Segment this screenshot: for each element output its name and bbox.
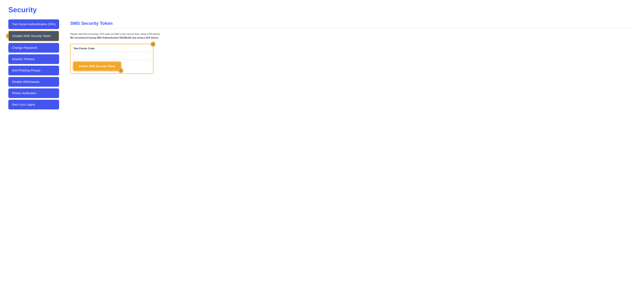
badge-3: 3: [118, 68, 123, 73]
sidebar-item-phone-verification[interactable]: Phone Verification: [8, 88, 59, 98]
sidebar-item-label: Session Timeout: [12, 57, 34, 61]
sidebar-item-geo-lock[interactable]: Geo-Lock Logins: [8, 100, 59, 109]
sidebar-item-session-timeout[interactable]: Session Timeout: [8, 54, 59, 64]
sidebar-item-label: Two-Factor Authentication (2FA): [12, 22, 56, 26]
two-factor-code-label: Two Factor Code: [74, 47, 150, 50]
sidebar-item-change-password[interactable]: Change Password: [8, 43, 59, 53]
description-line2: We recommend having SMS Authentication D…: [70, 36, 159, 39]
sidebar-item-label: Disable SMS Security Token: [12, 34, 51, 38]
sidebar-item-label: Phone Verification: [12, 91, 36, 95]
sidebar-item-disable-sms-token[interactable]: Disable SMS Security Token: [8, 31, 59, 41]
sidebar-item-2-wrapper: 1 Disable SMS Security Token: [8, 31, 59, 41]
sidebar-item-label: Change Password: [12, 46, 37, 49]
button-wrapper: Enable SMS Security Token 3: [74, 62, 121, 71]
enable-sms-token-button[interactable]: Enable SMS Security Token: [74, 62, 121, 71]
sidebar-item-anti-phishing[interactable]: Anti-Phishing Phrase: [8, 66, 59, 75]
page-title: Security: [8, 5, 636, 14]
form-and-button-section: 2 Two Factor Code Enable SMS Security To…: [70, 44, 154, 74]
badge-2: 2: [150, 42, 156, 47]
content-description: Please note that receiving a 2FA code vi…: [70, 32, 170, 40]
two-factor-code-input[interactable]: [74, 51, 150, 60]
sidebar: Two-Factor Authentication (2FA) 1 Disabl…: [8, 19, 59, 109]
description-line1: Please note that receiving a 2FA code vi…: [70, 33, 160, 35]
sidebar-item-label: Geo-Lock Logins: [12, 103, 35, 106]
sidebar-item-label: Anti-Phishing Phrase: [12, 69, 40, 72]
sidebar-item-disable-withdrawals[interactable]: Disable Withdrawals: [8, 77, 59, 87]
sidebar-wrapper: Two-Factor Authentication (2FA) 1 Disabl…: [8, 19, 59, 109]
sidebar-item-two-factor-auth[interactable]: Two-Factor Authentication (2FA): [8, 19, 59, 29]
sidebar-item-label: Disable Withdrawals: [12, 80, 40, 84]
content-title: SMS Security Token: [70, 21, 636, 26]
content-panel: SMS Security Token Please note that rece…: [70, 19, 636, 74]
main-layout: Two-Factor Authentication (2FA) 1 Disabl…: [8, 19, 636, 109]
